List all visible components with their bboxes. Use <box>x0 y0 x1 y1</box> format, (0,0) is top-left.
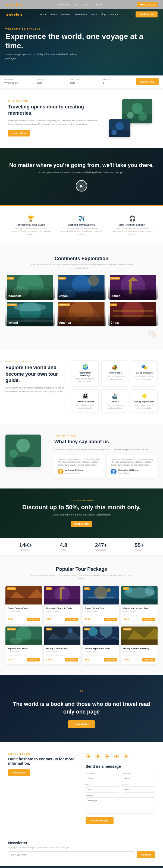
tours-title: Popular Tour Package <box>5 566 158 572</box>
topbar-link-info[interactable]: Information <box>57 3 70 6</box>
svg-point-6 <box>116 122 124 130</box>
tour-title-6: Hiking & Nature Tour <box>46 647 78 650</box>
discount-book-button[interactable]: Book A Tour <box>71 521 93 527</box>
topbar-link-tour[interactable]: Tour <box>72 3 77 6</box>
svg-point-3 <box>127 112 134 119</box>
message-input[interactable] <box>86 798 155 814</box>
tour-img-6: New <box>44 626 80 645</box>
continent-america[interactable]: AMERICAS America <box>57 302 106 327</box>
tour-price-3: $799 <box>85 618 90 621</box>
offer-card-text-6: Lorem ipsum dolor sit amet consectetur <box>134 404 155 409</box>
tour-book-2[interactable]: Book Now <box>65 618 78 621</box>
email-input[interactable] <box>86 786 119 793</box>
testi-card-1: Lorem ipsum dolor sit amet consectetur a… <box>54 455 105 477</box>
tour-book-3[interactable]: Book Now <box>104 618 117 621</box>
nav-contact[interactable]: Contact <box>110 13 118 16</box>
tour-badge-2: New <box>46 587 52 590</box>
offer-card-1: 🌍 Destination weddings Lorem ipsum dolor… <box>72 361 98 386</box>
who-learn-more-button[interactable]: Learn More <box>8 130 30 136</box>
play-button[interactable]: ▶ <box>76 180 87 191</box>
tour-card-7: Hot Aurora Exploration Tour 7 Days • 6 N… <box>83 626 119 664</box>
who-title: Traveling opens door to creating memorie… <box>8 104 100 117</box>
form-row-name: First Name Last Name <box>86 772 155 781</box>
tour-badge-3: Hot <box>84 587 90 590</box>
continent-iceland[interactable]: EUROPE Iceland <box>5 302 54 327</box>
continent-indonesia[interactable]: ASIA Indonesia <box>5 275 54 300</box>
tour-img-7: Hot <box>83 626 119 645</box>
testi-author-info-1: Anthony Jenkins Adventure Seeker <box>65 469 83 475</box>
send-message-button[interactable]: Send Message <box>86 817 114 824</box>
nav-services[interactable]: Services <box>60 13 70 16</box>
tour-text-8: Lorem ipsum dolor sit amet <box>123 654 155 656</box>
svg-rect-60 <box>88 597 114 598</box>
nav-destinations[interactable]: Destinations <box>74 13 87 16</box>
continents-section: Continents Exploration Lorem ipsum dolor… <box>0 245 163 349</box>
feature-title-1: Professional Tour Guide <box>10 223 52 226</box>
testi-role-2: Travel Blogger <box>118 472 139 475</box>
search-button[interactable]: Search Tour <box>136 78 159 85</box>
svg-rect-59 <box>83 599 119 604</box>
nav-about[interactable]: About <box>50 13 57 16</box>
offer-card-5: 🚢 Cruises Lorem ipsum dolor sit amet con… <box>101 389 128 413</box>
phone-input[interactable] <box>122 786 155 793</box>
feature-title-3: 24/7 Premium Support <box>111 223 153 226</box>
tour-price-5: $429 <box>8 658 13 661</box>
persons-input[interactable] <box>103 81 134 85</box>
tours-header: Popular Tour Package Lorem ipsum dolor s… <box>5 566 158 580</box>
continent-china[interactable]: ASIA China <box>109 302 158 327</box>
testi-author-2: Catherine Wilkinson Travel Blogger <box>111 469 154 475</box>
phone-field: Phone <box>122 783 155 793</box>
destination-input[interactable] <box>4 81 35 85</box>
topbar-link-phone[interactable]: Phone <box>94 3 101 6</box>
testi-label: Testimonials <box>54 435 158 437</box>
feature-text-3: Lorem ipsum dolor sit amet consectetur a… <box>111 227 153 236</box>
tour-meta-1: 7 Days • 6 Nights <box>8 611 40 613</box>
checkin-input[interactable] <box>37 81 68 85</box>
checkout-input[interactable] <box>70 81 101 85</box>
tour-footer-1: $349 Book Now <box>8 618 40 621</box>
topbar: travelen Information Tour Contact Us Pho… <box>0 0 163 9</box>
last-name-label: Last Name <box>122 772 155 774</box>
tour-meta-2: 5 Days • 4 Nights <box>46 611 78 613</box>
nav-book-button[interactable]: Book A Tour <box>135 11 158 18</box>
nav-tours[interactable]: Tours <box>91 13 97 16</box>
offer-icon-4: 👨‍👩‍👧‍👦 <box>75 393 96 399</box>
tour-book-6[interactable]: Book Now <box>65 658 78 661</box>
first-name-input[interactable] <box>86 775 119 781</box>
tour-title-7: Aurora Exploration Tour <box>85 647 117 650</box>
subscribe-button[interactable]: Subscribe <box>137 851 155 858</box>
continent-japan[interactable]: ASIA Japan <box>57 275 106 300</box>
contact-us-button[interactable]: Contact Us <box>8 769 30 776</box>
continent-france[interactable]: EUROPE France <box>109 275 158 300</box>
tour-text-6: Lorem ipsum dolor sit amet <box>46 654 78 656</box>
last-name-input[interactable] <box>122 775 155 781</box>
nav-home[interactable]: Home <box>40 13 46 16</box>
tour-text-4: Lorem ipsum dolor sit amet <box>123 614 155 616</box>
tour-book-8[interactable]: Book Now <box>142 658 155 661</box>
nav-blog[interactable]: Blog <box>101 13 106 16</box>
svg-point-1 <box>132 103 142 114</box>
tour-book-1[interactable]: Book Now <box>27 618 40 621</box>
tour-book-7[interactable]: Book Now <box>104 658 117 661</box>
tour-footer-5: $429 Book Now <box>8 658 40 661</box>
quote-book-button[interactable]: Book A Tour <box>68 720 95 728</box>
topbar-link-contact[interactable]: Contact Us <box>80 3 92 6</box>
svg-rect-64 <box>121 599 158 604</box>
persons-field: Persons <box>103 79 134 85</box>
tour-meta-7: 7 Days • 6 Nights <box>85 651 117 652</box>
tour-book-5[interactable]: Book Now <box>27 658 40 661</box>
svg-point-40 <box>16 439 30 452</box>
tour-title-4: Glacierland Iceland Tour <box>123 607 155 610</box>
tour-text-5: Lorem ipsum dolor sit amet <box>8 654 40 656</box>
svg-point-74 <box>67 628 73 633</box>
continent-grid: ASIA Indonesia ASIA Japan <box>5 275 158 327</box>
offer-icon-3: 🎭 <box>134 364 155 370</box>
offer-card-3: 🎭 Group getaways Lorem ipsum dolor sit a… <box>131 361 158 386</box>
newsletter-input[interactable] <box>8 851 134 858</box>
testi-title: What they say about us <box>54 439 158 445</box>
tour-badge-8: Popular <box>123 628 131 630</box>
tour-book-4[interactable]: Book Now <box>142 618 155 621</box>
feature-text-1: Lorem ipsum dolor sit amet consectetur a… <box>10 227 52 236</box>
tour-img-8: Popular <box>121 626 158 645</box>
offer-card-6: 🌟 Luxury experiences Lorem ipsum dolor s… <box>131 389 158 413</box>
